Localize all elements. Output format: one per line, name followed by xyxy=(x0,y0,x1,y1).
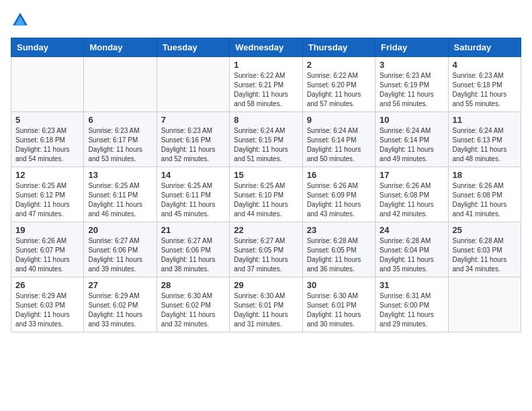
day-number: 30 xyxy=(307,280,371,290)
day-info: Sunrise: 6:22 AM Sunset: 6:21 PM Dayligh… xyxy=(234,71,298,109)
calendar-body: 1Sunrise: 6:22 AM Sunset: 6:21 PM Daylig… xyxy=(11,57,521,332)
day-number: 13 xyxy=(88,170,152,180)
calendar-cell: 23Sunrise: 6:28 AM Sunset: 6:05 PM Dayli… xyxy=(302,222,375,277)
day-info: Sunrise: 6:23 AM Sunset: 6:18 PM Dayligh… xyxy=(453,71,517,109)
calendar-table: SundayMondayTuesdayWednesdayThursdayFrid… xyxy=(11,38,521,332)
calendar-cell: 4Sunrise: 6:23 AM Sunset: 6:18 PM Daylig… xyxy=(448,57,521,112)
calendar-cell: 21Sunrise: 6:27 AM Sunset: 6:06 PM Dayli… xyxy=(157,222,229,277)
day-info: Sunrise: 6:24 AM Sunset: 6:14 PM Dayligh… xyxy=(380,126,443,164)
day-number: 24 xyxy=(380,225,443,235)
day-info: Sunrise: 6:27 AM Sunset: 6:06 PM Dayligh… xyxy=(88,236,152,274)
calendar-cell: 29Sunrise: 6:30 AM Sunset: 6:01 PM Dayli… xyxy=(230,277,302,332)
page-header xyxy=(11,11,521,30)
calendar-cell xyxy=(11,57,84,112)
day-number: 14 xyxy=(161,170,225,180)
calendar-week-1: 5Sunrise: 6:23 AM Sunset: 6:18 PM Daylig… xyxy=(11,112,521,167)
day-number: 1 xyxy=(234,60,298,70)
calendar-week-0: 1Sunrise: 6:22 AM Sunset: 6:21 PM Daylig… xyxy=(11,57,521,112)
day-number: 11 xyxy=(453,115,517,125)
day-number: 16 xyxy=(307,170,371,180)
day-info: Sunrise: 6:26 AM Sunset: 6:07 PM Dayligh… xyxy=(15,236,79,274)
day-number: 28 xyxy=(161,280,225,290)
day-number: 29 xyxy=(234,280,298,290)
day-info: Sunrise: 6:25 AM Sunset: 6:11 PM Dayligh… xyxy=(88,181,152,219)
calendar-cell: 9Sunrise: 6:24 AM Sunset: 6:14 PM Daylig… xyxy=(302,112,375,167)
day-number: 17 xyxy=(380,170,443,180)
day-info: Sunrise: 6:23 AM Sunset: 6:17 PM Dayligh… xyxy=(88,126,152,164)
day-info: Sunrise: 6:26 AM Sunset: 6:08 PM Dayligh… xyxy=(453,181,517,219)
day-info: Sunrise: 6:26 AM Sunset: 6:09 PM Dayligh… xyxy=(307,181,371,219)
calendar-cell: 31Sunrise: 6:31 AM Sunset: 6:00 PM Dayli… xyxy=(375,277,448,332)
weekday-header-wednesday: Wednesday xyxy=(230,38,302,57)
day-info: Sunrise: 6:24 AM Sunset: 6:13 PM Dayligh… xyxy=(453,126,517,164)
weekday-header-thursday: Thursday xyxy=(302,38,375,57)
day-info: Sunrise: 6:26 AM Sunset: 6:08 PM Dayligh… xyxy=(380,181,443,219)
day-info: Sunrise: 6:24 AM Sunset: 6:14 PM Dayligh… xyxy=(307,126,371,164)
calendar-cell: 5Sunrise: 6:23 AM Sunset: 6:18 PM Daylig… xyxy=(11,112,84,167)
day-info: Sunrise: 6:31 AM Sunset: 6:00 PM Dayligh… xyxy=(380,291,443,329)
calendar-cell: 1Sunrise: 6:22 AM Sunset: 6:21 PM Daylig… xyxy=(230,57,302,112)
calendar-cell: 25Sunrise: 6:28 AM Sunset: 6:03 PM Dayli… xyxy=(448,222,521,277)
day-number: 6 xyxy=(88,115,152,125)
day-number: 22 xyxy=(234,225,298,235)
calendar-cell: 10Sunrise: 6:24 AM Sunset: 6:14 PM Dayli… xyxy=(375,112,448,167)
day-number: 20 xyxy=(88,225,152,235)
day-info: Sunrise: 6:28 AM Sunset: 6:05 PM Dayligh… xyxy=(307,236,371,274)
day-info: Sunrise: 6:29 AM Sunset: 6:03 PM Dayligh… xyxy=(15,291,79,329)
calendar-cell: 19Sunrise: 6:26 AM Sunset: 6:07 PM Dayli… xyxy=(11,222,84,277)
calendar-cell: 13Sunrise: 6:25 AM Sunset: 6:11 PM Dayli… xyxy=(84,167,157,222)
calendar-week-3: 19Sunrise: 6:26 AM Sunset: 6:07 PM Dayli… xyxy=(11,222,521,277)
calendar-cell: 20Sunrise: 6:27 AM Sunset: 6:06 PM Dayli… xyxy=(84,222,157,277)
day-info: Sunrise: 6:24 AM Sunset: 6:15 PM Dayligh… xyxy=(234,126,298,164)
calendar-cell: 11Sunrise: 6:24 AM Sunset: 6:13 PM Dayli… xyxy=(448,112,521,167)
weekday-header-tuesday: Tuesday xyxy=(157,38,229,57)
calendar-cell: 17Sunrise: 6:26 AM Sunset: 6:08 PM Dayli… xyxy=(375,167,448,222)
weekday-header-row: SundayMondayTuesdayWednesdayThursdayFrid… xyxy=(11,38,521,57)
calendar-cell xyxy=(448,277,521,332)
day-number: 3 xyxy=(380,60,443,70)
day-number: 7 xyxy=(161,115,225,125)
day-info: Sunrise: 6:30 AM Sunset: 6:01 PM Dayligh… xyxy=(307,291,371,329)
day-info: Sunrise: 6:29 AM Sunset: 6:02 PM Dayligh… xyxy=(88,291,152,329)
logo xyxy=(11,11,32,30)
day-number: 25 xyxy=(453,225,517,235)
day-info: Sunrise: 6:27 AM Sunset: 6:05 PM Dayligh… xyxy=(234,236,298,274)
day-info: Sunrise: 6:23 AM Sunset: 6:19 PM Dayligh… xyxy=(380,71,443,109)
day-number: 5 xyxy=(15,115,79,125)
calendar-cell: 15Sunrise: 6:25 AM Sunset: 6:10 PM Dayli… xyxy=(230,167,302,222)
day-number: 18 xyxy=(453,170,517,180)
calendar-cell: 14Sunrise: 6:25 AM Sunset: 6:11 PM Dayli… xyxy=(157,167,229,222)
calendar-cell: 7Sunrise: 6:23 AM Sunset: 6:16 PM Daylig… xyxy=(157,112,229,167)
day-number: 10 xyxy=(380,115,443,125)
day-info: Sunrise: 6:23 AM Sunset: 6:18 PM Dayligh… xyxy=(15,126,79,164)
day-number: 19 xyxy=(15,225,79,235)
calendar-cell: 22Sunrise: 6:27 AM Sunset: 6:05 PM Dayli… xyxy=(230,222,302,277)
calendar-cell: 26Sunrise: 6:29 AM Sunset: 6:03 PM Dayli… xyxy=(11,277,84,332)
day-info: Sunrise: 6:28 AM Sunset: 6:03 PM Dayligh… xyxy=(453,236,517,274)
day-number: 12 xyxy=(15,170,79,180)
day-number: 15 xyxy=(234,170,298,180)
weekday-header-sunday: Sunday xyxy=(11,38,84,57)
weekday-header-saturday: Saturday xyxy=(448,38,521,57)
day-info: Sunrise: 6:25 AM Sunset: 6:10 PM Dayligh… xyxy=(234,181,298,219)
day-info: Sunrise: 6:23 AM Sunset: 6:16 PM Dayligh… xyxy=(161,126,225,164)
calendar-cell: 6Sunrise: 6:23 AM Sunset: 6:17 PM Daylig… xyxy=(84,112,157,167)
day-info: Sunrise: 6:28 AM Sunset: 6:04 PM Dayligh… xyxy=(380,236,443,274)
day-info: Sunrise: 6:25 AM Sunset: 6:12 PM Dayligh… xyxy=(15,181,79,219)
day-info: Sunrise: 6:22 AM Sunset: 6:20 PM Dayligh… xyxy=(307,71,371,109)
calendar-cell: 8Sunrise: 6:24 AM Sunset: 6:15 PM Daylig… xyxy=(230,112,302,167)
day-number: 9 xyxy=(307,115,371,125)
weekday-header-friday: Friday xyxy=(375,38,448,57)
calendar-cell: 27Sunrise: 6:29 AM Sunset: 6:02 PM Dayli… xyxy=(84,277,157,332)
day-number: 31 xyxy=(380,280,443,290)
day-number: 4 xyxy=(453,60,517,70)
day-number: 8 xyxy=(234,115,298,125)
calendar-cell: 2Sunrise: 6:22 AM Sunset: 6:20 PM Daylig… xyxy=(302,57,375,112)
day-number: 26 xyxy=(15,280,79,290)
calendar-cell: 16Sunrise: 6:26 AM Sunset: 6:09 PM Dayli… xyxy=(302,167,375,222)
calendar-cell: 18Sunrise: 6:26 AM Sunset: 6:08 PM Dayli… xyxy=(448,167,521,222)
calendar-week-2: 12Sunrise: 6:25 AM Sunset: 6:12 PM Dayli… xyxy=(11,167,521,222)
calendar-cell: 3Sunrise: 6:23 AM Sunset: 6:19 PM Daylig… xyxy=(375,57,448,112)
calendar-cell xyxy=(157,57,229,112)
day-number: 27 xyxy=(88,280,152,290)
